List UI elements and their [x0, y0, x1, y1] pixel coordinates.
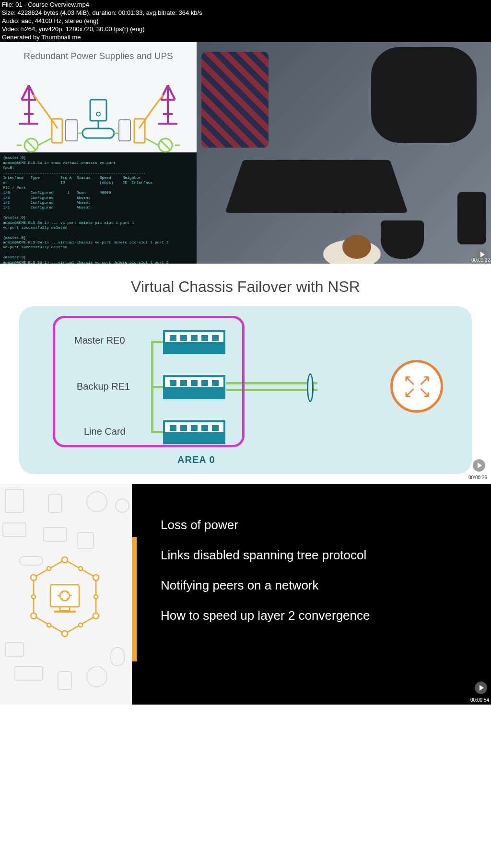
bullet-item: Links disabled spanning tree protocol — [161, 548, 472, 563]
meta-generated: Generated by Thumbnail me — [2, 34, 489, 42]
area0-container: Master RE0 Backup RE1 Line Card ↖ ↗↙ ↘ A… — [19, 306, 472, 474]
meta-video: Video: h264, yuv420p, 1280x720, 30.00 fp… — [2, 25, 489, 34]
svg-point-26 — [47, 567, 51, 570]
svg-point-21 — [79, 567, 82, 570]
router-icon: ↖ ↗↙ ↘ — [390, 360, 443, 413]
svg-rect-2 — [66, 120, 77, 141]
thumbnail-2: Virtual Chassis Failover with NSR Master… — [0, 264, 491, 484]
svg-point-23 — [79, 623, 82, 627]
svg-rect-28 — [60, 607, 70, 611]
boundary-icon — [307, 373, 314, 402]
svg-point-17 — [93, 613, 99, 619]
switch-icon — [163, 420, 225, 444]
svg-line-12 — [38, 138, 52, 145]
person-black-shirt — [371, 47, 477, 143]
meta-file: File: 01 - Course Overview.mp4 — [2, 1, 489, 9]
svg-point-15 — [62, 557, 68, 563]
timestamp-1: 00:00:22 — [471, 257, 490, 263]
thumbnail-1-left: Redundant Power Supplies and UPS — [0, 42, 197, 264]
timestamp-2: 00:00:36 — [468, 475, 487, 480]
accent-bar — [132, 537, 137, 661]
svg-point-20 — [31, 575, 36, 580]
bullet-item: Loss of power — [161, 518, 472, 532]
svg-point-25 — [32, 595, 35, 599]
svg-point-22 — [94, 595, 98, 599]
svg-rect-29 — [54, 611, 76, 613]
timestamp-3: 00:00:54 — [470, 697, 489, 703]
bullet-item: How to speed up layer 2 convergence — [161, 608, 472, 623]
play-icon[interactable] — [475, 682, 487, 694]
svg-point-19 — [31, 613, 36, 619]
thumbnail-3: Loss of power Links disabled spanning tr… — [0, 484, 491, 705]
mug-icon — [381, 220, 424, 259]
thumbnail-3-content: Loss of power Links disabled spanning tr… — [132, 484, 491, 705]
phone-icon — [457, 192, 486, 244]
svg-rect-6 — [82, 128, 114, 138]
svg-line-13 — [145, 138, 158, 145]
area0-label: AREA 0 — [177, 454, 215, 465]
bullet-item: Notifying peers on a network — [161, 578, 472, 593]
svg-rect-3 — [119, 120, 130, 141]
svg-rect-27 — [50, 585, 79, 607]
backup-label: Backup RE1 — [77, 381, 130, 392]
switch-icon — [163, 375, 225, 399]
power-diagram — [0, 66, 197, 152]
svg-point-18 — [62, 631, 68, 637]
thumbnail-3-sidebar — [0, 484, 132, 705]
svg-point-16 — [93, 575, 99, 580]
meta-size: Size: 4228624 bytes (4.03 MiB), duration… — [2, 9, 489, 17]
svg-point-24 — [47, 623, 51, 627]
cli-terminal: {master:0} admin@ACME-ELS-SW-1> show vir… — [0, 152, 197, 264]
play-icon[interactable] — [473, 459, 485, 472]
linecard-label: Line Card — [84, 426, 126, 437]
svg-rect-4 — [90, 100, 106, 121]
video-metadata-bar: File: 01 - Course Overview.mp4 Size: 422… — [0, 0, 491, 42]
meta-audio: Audio: aac, 44100 Hz, stereo (eng) — [2, 17, 489, 25]
person-plaid-shirt — [201, 52, 269, 148]
switch-icon — [163, 330, 225, 354]
thumbnail-1-photo: 00:00:22 — [197, 42, 491, 264]
svg-point-5 — [96, 112, 100, 116]
slide-title: Redundant Power Supplies and UPS — [0, 42, 197, 66]
thumbnail-1: Redundant Power Supplies and UPS — [0, 42, 491, 264]
master-label: Master RE0 — [74, 335, 125, 346]
slide-title-2: Virtual Chassis Failover with NSR — [19, 278, 472, 296]
hexagon-network-icon — [24, 556, 105, 637]
laptop-icon — [225, 160, 408, 213]
